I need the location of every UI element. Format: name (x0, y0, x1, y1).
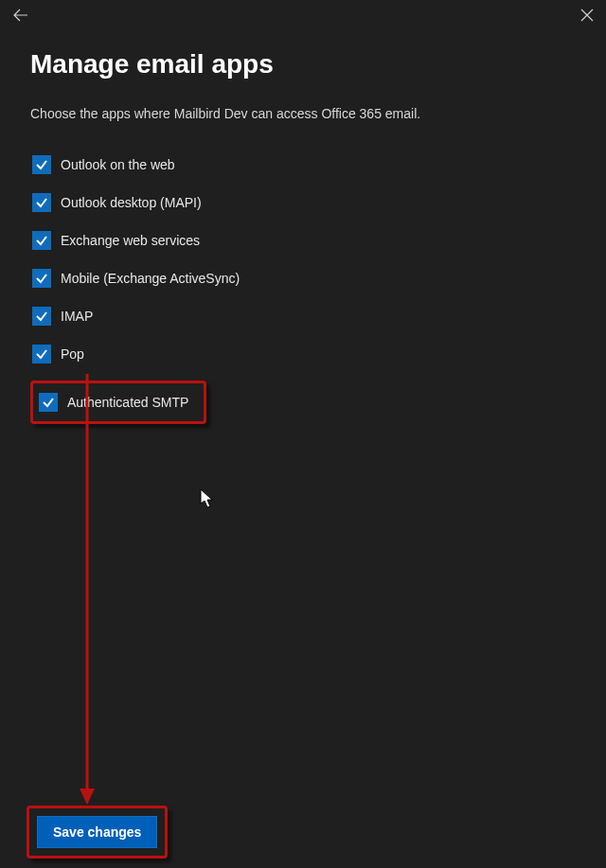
checkbox[interactable] (32, 155, 51, 174)
page-description: Choose the apps where Mailbird Dev can a… (30, 106, 576, 121)
option-row[interactable]: Authenticated SMTP (37, 391, 194, 414)
page-title: Manage email apps (30, 49, 576, 80)
checkbox[interactable] (32, 345, 51, 363)
checkbox[interactable] (32, 269, 51, 288)
close-icon (580, 9, 594, 22)
option-row[interactable]: Mobile (Exchange ActiveSync) (30, 267, 245, 290)
check-icon (35, 347, 48, 361)
option-row[interactable]: Outlook desktop (MAPI) (30, 191, 207, 214)
option-label: Outlook on the web (61, 157, 175, 172)
checkbox[interactable] (32, 193, 51, 212)
option-row[interactable]: Pop (30, 343, 90, 365)
annotation-highlight-option: Authenticated SMTP (30, 381, 206, 424)
option-label: Pop (61, 346, 84, 362)
option-row[interactable]: Outlook on the web (30, 153, 181, 176)
check-icon (35, 234, 48, 247)
close-button[interactable] (576, 4, 598, 27)
option-label: IMAP (61, 309, 93, 324)
option-label: Outlook desktop (MAPI) (61, 195, 202, 210)
option-row[interactable]: IMAP (30, 305, 98, 328)
option-label: Mobile (Exchange ActiveSync) (61, 271, 240, 286)
check-icon (35, 158, 48, 171)
annotation-arrow (76, 374, 104, 809)
check-icon (42, 396, 55, 409)
option-label: Exchange web services (61, 233, 200, 248)
annotation-highlight-save: Save changes (27, 806, 168, 859)
svg-marker-1 (80, 788, 95, 805)
option-row[interactable]: Exchange web services (30, 229, 205, 252)
mouse-cursor-icon (200, 488, 215, 509)
arrow-left-icon (13, 8, 28, 23)
checkbox[interactable] (32, 231, 51, 250)
back-button[interactable] (9, 4, 32, 27)
option-label: Authenticated SMTP (67, 395, 188, 410)
checkbox[interactable] (32, 307, 51, 326)
check-icon (35, 196, 48, 209)
save-changes-button[interactable]: Save changes (37, 816, 157, 848)
check-icon (35, 310, 48, 323)
email-apps-list: Outlook on the webOutlook desktop (MAPI)… (30, 153, 576, 424)
checkbox[interactable] (39, 393, 58, 412)
check-icon (35, 272, 48, 285)
